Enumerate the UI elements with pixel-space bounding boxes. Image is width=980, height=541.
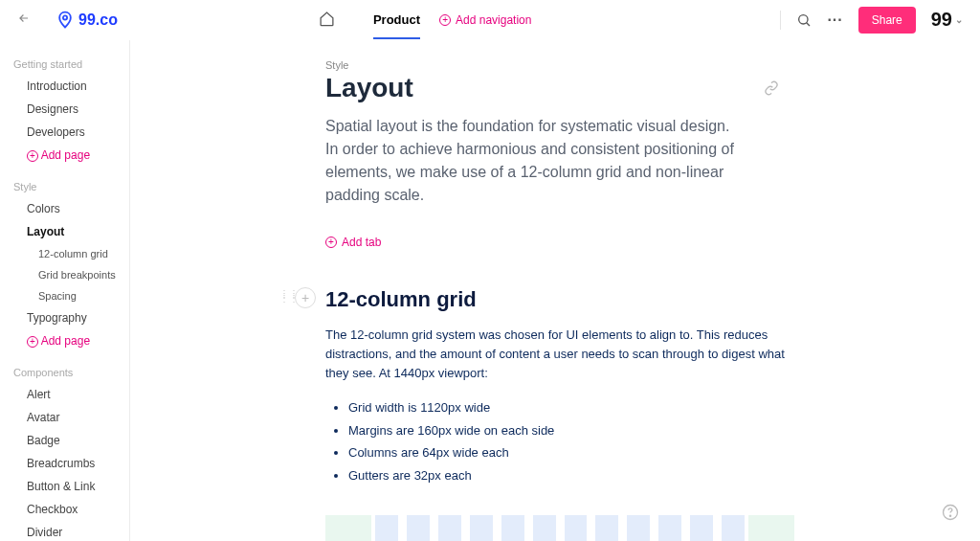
plus-icon: +	[439, 14, 451, 26]
sidebar-item-layout[interactable]: Layout	[0, 220, 129, 243]
bullet-item: Columns are 64px wide each	[348, 441, 943, 463]
plus-icon: +	[27, 336, 38, 348]
avatar-label: 99	[931, 9, 952, 31]
section-body: The 12-column grid system was chosen for…	[325, 326, 785, 383]
sidebar-item-designers[interactable]: Designers	[0, 98, 129, 121]
section-heading-12-column: 12-column grid	[325, 287, 943, 312]
bullet-item: Margins are 160px wide on each side	[348, 419, 943, 441]
sidebar-item-breadcrumbs[interactable]: Breadcrumbs	[0, 452, 129, 475]
add-block-button[interactable]: +	[295, 287, 316, 308]
sidebar-item-spacing[interactable]: Spacing	[0, 285, 129, 306]
sidebar-item-developers[interactable]: Developers	[0, 121, 129, 144]
add-tab-button[interactable]: + Add tab	[325, 236, 943, 249]
back-button[interactable]	[17, 11, 36, 28]
diagram-margin-left	[325, 515, 371, 541]
page-intro: Spatial layout is the foundation for sys…	[325, 115, 737, 207]
sidebar-category-style: Style	[0, 176, 129, 197]
grid-diagram: 160px 32px 64px 160px 1120px	[325, 515, 794, 541]
bullet-item: Grid width is 1120px wide	[348, 396, 943, 418]
add-navigation-button[interactable]: + Add navigation	[439, 13, 531, 27]
divider	[780, 11, 781, 30]
sidebar-item-12-column-grid[interactable]: 12-column grid	[0, 243, 129, 264]
diagram-margin-right	[748, 515, 794, 541]
sidebar-item-typography[interactable]: Typography	[0, 306, 129, 329]
avatar-menu[interactable]: 99 ⌄	[931, 9, 963, 31]
page-title: Layout	[325, 73, 943, 103]
sidebar: Getting started Introduction Designers D…	[0, 40, 130, 541]
more-icon[interactable]: ···	[827, 11, 842, 29]
logo-text: 99.co	[78, 11, 118, 29]
sidebar-item-divider[interactable]: Divider	[0, 521, 129, 541]
sidebar-item-introduction[interactable]: Introduction	[0, 75, 129, 98]
sidebar-item-alert[interactable]: Alert	[0, 383, 129, 406]
sidebar-item-colors[interactable]: Colors	[0, 197, 129, 220]
add-navigation-label: Add navigation	[456, 13, 531, 27]
section-bullets: Grid width is 1120px wide Margins are 16…	[348, 396, 943, 486]
sidebar-category-getting-started: Getting started	[0, 54, 129, 75]
svg-point-0	[63, 15, 67, 19]
tab-product[interactable]: Product	[373, 1, 420, 39]
svg-point-1	[799, 14, 808, 23]
logo[interactable]: 99.co	[56, 10, 118, 31]
chevron-down-icon: ⌄	[955, 14, 963, 25]
link-icon[interactable]	[764, 80, 779, 99]
add-page-button-2[interactable]: + Add page	[0, 329, 129, 352]
search-icon[interactable]	[796, 12, 812, 28]
diagram-columns	[375, 515, 745, 541]
sidebar-item-checkbox[interactable]: Checkbox	[0, 498, 129, 521]
sidebar-item-avatar[interactable]: Avatar	[0, 406, 129, 429]
plus-icon: +	[325, 237, 337, 248]
sidebar-item-badge[interactable]: Badge	[0, 429, 129, 452]
sidebar-category-components: Components	[0, 362, 129, 383]
home-icon[interactable]	[319, 11, 335, 30]
page-kicker: Style	[325, 59, 943, 71]
sidebar-item-button-link[interactable]: Button & Link	[0, 475, 129, 498]
sidebar-item-grid-breakpoints[interactable]: Grid breakpoints	[0, 264, 129, 285]
bullet-item: Gutters are 32px each	[348, 464, 943, 486]
svg-point-3	[949, 515, 950, 516]
share-button[interactable]: Share	[858, 7, 916, 34]
plus-icon: +	[27, 150, 38, 162]
help-icon[interactable]	[942, 504, 959, 524]
add-page-button-1[interactable]: + Add page	[0, 144, 129, 167]
